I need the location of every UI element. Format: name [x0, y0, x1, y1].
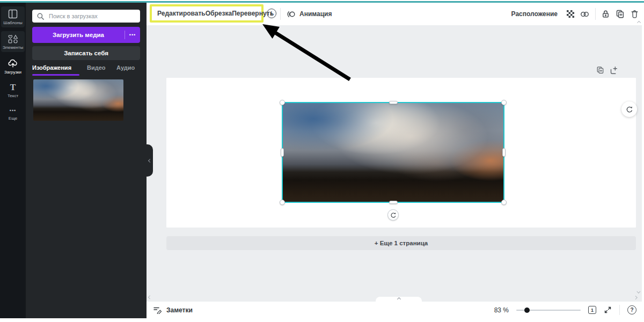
- help-icon: ?: [630, 307, 633, 313]
- notes-button[interactable]: Заметки: [153, 302, 193, 318]
- page-indicator-value: 1: [591, 308, 594, 313]
- toolbar-divider: [280, 8, 281, 20]
- edit-image-button[interactable]: Редактировать: [157, 10, 206, 17]
- duplicate-button[interactable]: [616, 10, 625, 18]
- fullscreen-button[interactable]: [604, 306, 612, 314]
- animation-icon: [286, 10, 296, 18]
- search-input[interactable]: [48, 12, 128, 20]
- record-yourself-button[interactable]: Записать себя: [32, 46, 140, 60]
- duplicate-page-icon: [596, 66, 604, 74]
- refresh-icon: [626, 106, 633, 113]
- context-toolbar: Редактировать Обрезка Перевернуть i Аним…: [147, 3, 642, 25]
- position-button[interactable]: Расположение: [511, 10, 558, 18]
- info-icon: i: [271, 11, 273, 17]
- notes-icon: [153, 306, 162, 314]
- sidebar-item-templates[interactable]: Шаблоны: [1, 6, 25, 27]
- page-indicator-button[interactable]: 1: [588, 306, 596, 314]
- sidebar-item-label: Еще: [9, 116, 17, 121]
- uploaded-image-thumbnail[interactable]: [33, 79, 123, 121]
- resize-handle-top-right[interactable]: [501, 100, 507, 105]
- sidebar-rail: Шаблоны Элементы Загрузки T Текст ••• Ещ…: [0, 3, 26, 318]
- zoom-slider[interactable]: [516, 308, 581, 313]
- add-page-button[interactable]: [610, 66, 618, 75]
- resize-handle-left[interactable]: [281, 148, 284, 157]
- lock-button[interactable]: [602, 10, 610, 18]
- canva-editor-window: Шаблоны Элементы Загрузки T Текст ••• Ещ…: [0, 0, 644, 322]
- tab-video[interactable]: Видео: [87, 64, 106, 71]
- record-yourself-label: Записать себя: [64, 50, 108, 56]
- duplicate-page-button[interactable]: [596, 66, 604, 75]
- resize-handle-top-left[interactable]: [280, 100, 285, 105]
- link-icon: [580, 11, 589, 18]
- lock-icon: [602, 10, 610, 18]
- search-icon: [36, 12, 45, 20]
- help-button[interactable]: ?: [627, 305, 636, 314]
- zoom-level-value: 83 %: [494, 306, 509, 314]
- zoom-slider-thumb[interactable]: [524, 308, 530, 313]
- animate-label: Анимация: [299, 10, 332, 18]
- transparency-button[interactable]: [567, 10, 574, 18]
- sidebar-item-label: Текст: [8, 93, 18, 98]
- sidebar-item-elements[interactable]: Элементы: [1, 31, 25, 52]
- add-page-icon: [610, 66, 618, 75]
- annotation-highlight-box: Редактировать Обрезка Перевернуть: [150, 4, 264, 23]
- toolbar-divider: [595, 8, 596, 20]
- crop-button[interactable]: Обрезка: [206, 10, 232, 17]
- expand-icon: [604, 306, 612, 314]
- more-pages-button[interactable]: + Еще 1 страница: [166, 236, 636, 250]
- resize-handle-right[interactable]: [502, 148, 506, 157]
- resize-handle-top[interactable]: [389, 101, 398, 104]
- tab-audio[interactable]: Аудио: [116, 64, 135, 71]
- more-icon: •••: [10, 106, 16, 114]
- bottom-bar: Заметки 83 % 1 ?: [147, 302, 642, 318]
- info-button[interactable]: i: [267, 9, 276, 18]
- sidebar-item-uploads[interactable]: Загрузки: [1, 56, 25, 77]
- transparency-checker-icon: [567, 10, 574, 18]
- templates-icon: [8, 9, 18, 19]
- chevron-up-icon: [397, 297, 400, 301]
- duplicate-icon: [616, 10, 625, 18]
- sidebar-item-label: Шаблоны: [3, 20, 22, 25]
- sidebar-item-more[interactable]: ••• Еще: [1, 103, 25, 123]
- delete-button[interactable]: [631, 10, 639, 18]
- uploads-panel: Загрузить медиа ••• Записать себя Изобра…: [26, 3, 147, 318]
- sidebar-item-text[interactable]: T Текст: [1, 80, 25, 100]
- animate-button[interactable]: Анимация: [286, 3, 332, 25]
- more-pages-label: + Еще 1 страница: [375, 240, 428, 246]
- elements-icon: [8, 34, 18, 43]
- selected-image[interactable]: [282, 102, 504, 203]
- rotate-icon: [390, 212, 397, 218]
- bottom-bar-divider: [619, 305, 620, 315]
- panel-collapse-button[interactable]: [147, 144, 153, 177]
- resize-handle-bottom[interactable]: [389, 201, 398, 204]
- rotate-handle[interactable]: [387, 209, 399, 221]
- upload-more-button[interactable]: •••: [125, 32, 140, 38]
- trash-icon: [631, 10, 639, 18]
- resize-handle-bottom-right[interactable]: [501, 200, 507, 205]
- upload-media-button[interactable]: Загрузить медиа •••: [32, 27, 140, 43]
- media-tabs: Изображения Видео Аудио: [32, 64, 140, 75]
- uploads-icon: [8, 58, 18, 68]
- upload-media-label: Загрузить медиа: [32, 32, 125, 38]
- bottom-bar-collapse-button[interactable]: [376, 297, 422, 302]
- active-tab-underline: [32, 74, 79, 76]
- chevron-left-icon: [148, 158, 151, 162]
- link-button[interactable]: [580, 11, 589, 18]
- text-icon: T: [10, 83, 16, 92]
- resize-handle-bottom-left[interactable]: [280, 200, 285, 205]
- page-actions: [596, 66, 618, 75]
- sync-rotate-button[interactable]: [621, 101, 637, 117]
- sidebar-item-label: Загрузки: [4, 70, 21, 75]
- bottom-right-controls: 83 % 1 ?: [494, 302, 636, 318]
- toolbar-right-group: Расположение: [511, 3, 639, 25]
- notes-label: Заметки: [166, 306, 193, 314]
- search-box: [32, 10, 140, 23]
- design-canvas-area: + Еще 1 страница: [147, 25, 642, 302]
- sidebar-item-label: Элементы: [3, 45, 23, 50]
- tab-images[interactable]: Изображения: [32, 64, 71, 71]
